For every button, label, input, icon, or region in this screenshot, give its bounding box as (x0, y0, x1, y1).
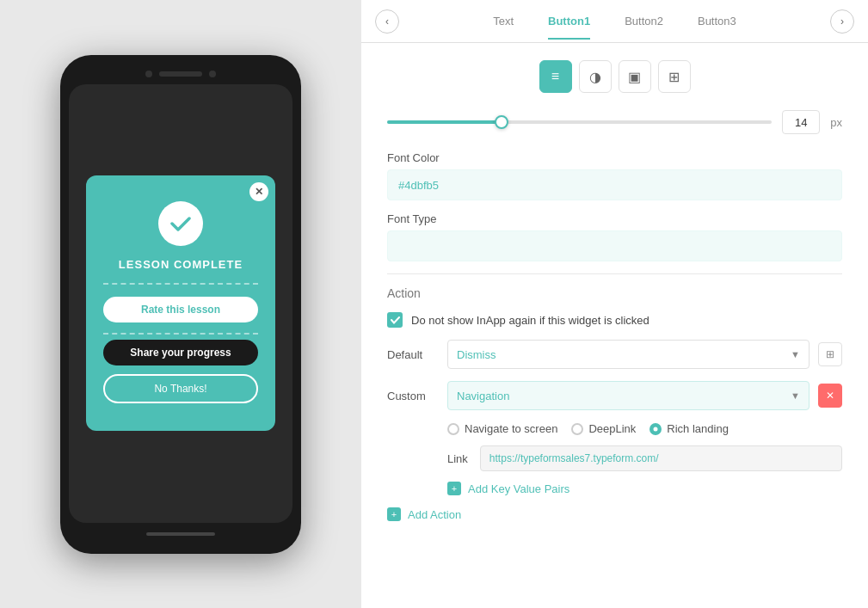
radio-richlanding-label: Rich landing (667, 422, 729, 435)
default-dropdown[interactable]: Dismiss ▼ (447, 340, 810, 369)
slider-track[interactable] (387, 120, 772, 124)
checkbox-label: Do not show InApp again if this widget i… (411, 314, 649, 327)
link-row: Link (447, 445, 842, 471)
radio-deeplink[interactable]: DeepLink (571, 422, 636, 435)
panel-content: ≡ ◑ ▣ ⊞ 14 px Font Color Font Type Actio… (361, 43, 868, 608)
font-size-slider-row: 14 px (387, 110, 842, 134)
tab-button1[interactable]: Button1 (548, 3, 590, 40)
slider-thumb[interactable] (495, 115, 508, 129)
tab-next-button[interactable]: › (830, 9, 854, 34)
modal-close-button[interactable]: ✕ (249, 182, 268, 201)
default-action-settings-button[interactable]: ⊞ (818, 342, 842, 366)
tabs-list: Text Button1 Button2 Button3 (399, 3, 830, 40)
custom-action-remove-button[interactable]: ✕ (818, 384, 842, 408)
radio-richlanding-circle (649, 423, 662, 435)
radio-navigate[interactable]: Navigate to screen (447, 422, 557, 435)
layout-style-button[interactable]: ▣ (619, 60, 651, 93)
action-section-title: Action (387, 286, 842, 300)
contrast-style-button[interactable]: ◑ (579, 60, 612, 93)
add-action-button[interactable]: Add Action (408, 508, 461, 521)
text-style-button[interactable]: ≡ (539, 60, 572, 93)
check-circle (158, 201, 203, 246)
default-dropdown-arrow: ▼ (791, 349, 800, 359)
custom-label: Custom (387, 390, 439, 402)
custom-dropdown[interactable]: Navigation ▼ (447, 381, 810, 410)
tab-text[interactable]: Text (493, 3, 514, 40)
section-divider (387, 273, 842, 274)
custom-dropdown-value: Navigation (457, 390, 509, 402)
dashed-divider-2 (103, 333, 258, 335)
link-label: Link (447, 452, 468, 465)
phone-top-bar (69, 64, 292, 84)
font-type-input[interactable] (387, 230, 842, 261)
rate-lesson-button[interactable]: Rate this lesson (103, 297, 258, 322)
font-size-value[interactable]: 14 (782, 110, 820, 134)
share-progress-button[interactable]: Share your progress (103, 340, 258, 365)
phone-screen: ✕ LESSON COMPLETE Rate this lesson Share… (69, 84, 292, 523)
radio-deeplink-label: DeepLink (588, 422, 636, 435)
default-action-row: Default Dismiss ▼ ⊞ (387, 340, 842, 369)
font-color-input[interactable] (387, 169, 842, 200)
tabs-header: ‹ Text Button1 Button2 Button3 › (361, 0, 868, 43)
link-input[interactable] (480, 445, 842, 471)
default-label: Default (387, 348, 439, 361)
add-action-plus-icon: + (387, 507, 401, 521)
font-color-label: Font Color (387, 151, 842, 164)
phone-preview: ✕ LESSON COMPLETE Rate this lesson Share… (0, 0, 361, 608)
add-key-value-row: + Add Key Value Pairs (447, 482, 842, 495)
phone-home-indicator (146, 532, 215, 536)
no-thanks-button[interactable]: No Thanks! (103, 374, 258, 403)
radio-row: Navigate to screen DeepLink Rich landing (447, 422, 842, 435)
phone-bottom-bar (69, 523, 292, 545)
phone-device: ✕ LESSON COMPLETE Rate this lesson Share… (60, 55, 301, 554)
font-type-label: Font Type (387, 212, 842, 225)
font-size-unit: px (830, 116, 842, 129)
phone-camera (145, 71, 152, 77)
dismiss-checkbox[interactable] (387, 312, 403, 328)
lesson-title: LESSON COMPLETE (119, 258, 243, 271)
modal-card: ✕ LESSON COMPLETE Rate this lesson Share… (86, 175, 275, 431)
add-action-row: + Add Action (387, 507, 842, 521)
phone-camera-2 (209, 71, 216, 77)
add-kv-plus-icon: + (447, 482, 461, 495)
right-panel: ‹ Text Button1 Button2 Button3 › ≡ ◑ ▣ ⊞… (361, 0, 868, 608)
dashed-divider-1 (103, 283, 258, 285)
grid-style-button[interactable]: ⊞ (658, 60, 691, 93)
slider-fill (387, 120, 502, 124)
radio-deeplink-circle (571, 423, 583, 435)
checkbox-row: Do not show InApp again if this widget i… (387, 312, 842, 328)
default-dropdown-value: Dismiss (457, 348, 496, 361)
modal-top-section: LESSON COMPLETE Rate this lesson Share y… (86, 175, 275, 431)
radio-richlanding[interactable]: Rich landing (649, 422, 729, 435)
custom-action-row: Custom Navigation ▼ ✕ (387, 381, 842, 410)
radio-navigate-circle (447, 423, 459, 435)
add-kv-button[interactable]: Add Key Value Pairs (468, 482, 569, 495)
tab-button3[interactable]: Button3 (698, 3, 736, 40)
phone-speaker (159, 71, 202, 77)
radio-navigate-label: Navigate to screen (465, 422, 557, 435)
tab-button2[interactable]: Button2 (625, 3, 663, 40)
custom-dropdown-arrow: ▼ (791, 390, 800, 401)
tab-prev-button[interactable]: ‹ (375, 9, 399, 34)
style-icons-row: ≡ ◑ ▣ ⊞ (387, 60, 842, 93)
